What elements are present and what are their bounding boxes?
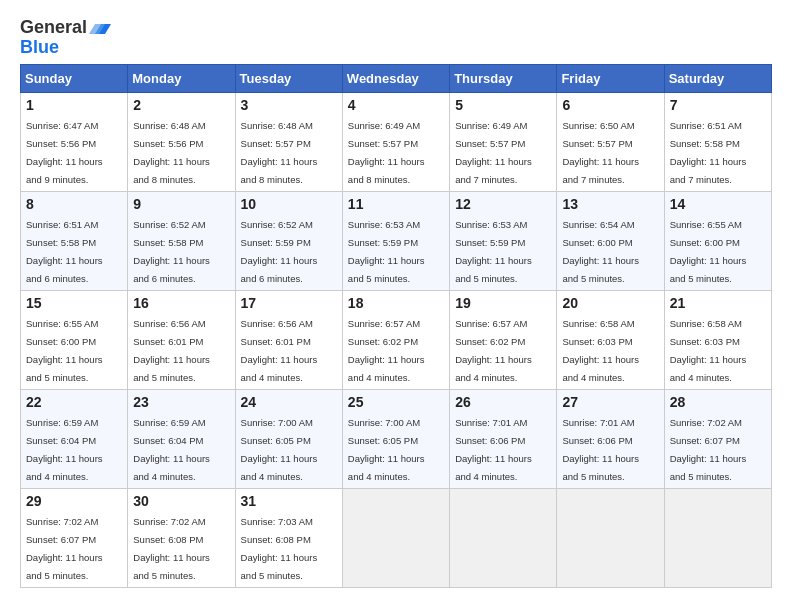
table-row: 24Sunrise: 7:00 AMSunset: 6:05 PMDayligh… [235, 389, 342, 488]
day-number: 4 [348, 97, 444, 113]
table-row: 15Sunrise: 6:55 AMSunset: 6:00 PMDayligh… [21, 290, 128, 389]
table-row: 14Sunrise: 6:55 AMSunset: 6:00 PMDayligh… [664, 191, 771, 290]
day-info: Sunrise: 6:56 AMSunset: 6:01 PMDaylight:… [133, 318, 210, 383]
day-number: 27 [562, 394, 658, 410]
day-info: Sunrise: 6:52 AMSunset: 5:59 PMDaylight:… [241, 219, 318, 284]
day-number: 18 [348, 295, 444, 311]
table-row: 12Sunrise: 6:53 AMSunset: 5:59 PMDayligh… [450, 191, 557, 290]
table-row: 27Sunrise: 7:01 AMSunset: 6:06 PMDayligh… [557, 389, 664, 488]
day-number: 23 [133, 394, 229, 410]
day-info: Sunrise: 6:56 AMSunset: 6:01 PMDaylight:… [241, 318, 318, 383]
col-monday: Monday [128, 64, 235, 92]
table-row: 19Sunrise: 6:57 AMSunset: 6:02 PMDayligh… [450, 290, 557, 389]
day-info: Sunrise: 7:02 AMSunset: 6:07 PMDaylight:… [670, 417, 747, 482]
table-row: 21Sunrise: 6:58 AMSunset: 6:03 PMDayligh… [664, 290, 771, 389]
table-row: 9Sunrise: 6:52 AMSunset: 5:58 PMDaylight… [128, 191, 235, 290]
day-number: 12 [455, 196, 551, 212]
day-info: Sunrise: 6:48 AMSunset: 5:57 PMDaylight:… [241, 120, 318, 185]
day-info: Sunrise: 7:01 AMSunset: 6:06 PMDaylight:… [562, 417, 639, 482]
table-row: 7Sunrise: 6:51 AMSunset: 5:58 PMDaylight… [664, 92, 771, 191]
table-row: 30Sunrise: 7:02 AMSunset: 6:08 PMDayligh… [128, 488, 235, 587]
day-number: 11 [348, 196, 444, 212]
table-row [450, 488, 557, 587]
day-number: 21 [670, 295, 766, 311]
day-info: Sunrise: 6:55 AMSunset: 6:00 PMDaylight:… [670, 219, 747, 284]
day-info: Sunrise: 6:54 AMSunset: 6:00 PMDaylight:… [562, 219, 639, 284]
col-wednesday: Wednesday [342, 64, 449, 92]
day-number: 20 [562, 295, 658, 311]
table-row: 18Sunrise: 6:57 AMSunset: 6:02 PMDayligh… [342, 290, 449, 389]
day-info: Sunrise: 6:51 AMSunset: 5:58 PMDaylight:… [670, 120, 747, 185]
table-row: 29Sunrise: 7:02 AMSunset: 6:07 PMDayligh… [21, 488, 128, 587]
day-info: Sunrise: 6:49 AMSunset: 5:57 PMDaylight:… [455, 120, 532, 185]
logo-icon [89, 16, 111, 38]
table-row: 20Sunrise: 6:58 AMSunset: 6:03 PMDayligh… [557, 290, 664, 389]
day-number: 30 [133, 493, 229, 509]
table-row [557, 488, 664, 587]
day-number: 16 [133, 295, 229, 311]
day-info: Sunrise: 6:53 AMSunset: 5:59 PMDaylight:… [455, 219, 532, 284]
day-number: 26 [455, 394, 551, 410]
table-row: 10Sunrise: 6:52 AMSunset: 5:59 PMDayligh… [235, 191, 342, 290]
day-number: 14 [670, 196, 766, 212]
day-number: 25 [348, 394, 444, 410]
col-thursday: Thursday [450, 64, 557, 92]
day-number: 5 [455, 97, 551, 113]
day-number: 24 [241, 394, 337, 410]
day-info: Sunrise: 7:00 AMSunset: 6:05 PMDaylight:… [348, 417, 425, 482]
day-info: Sunrise: 6:50 AMSunset: 5:57 PMDaylight:… [562, 120, 639, 185]
table-row: 25Sunrise: 7:00 AMSunset: 6:05 PMDayligh… [342, 389, 449, 488]
day-info: Sunrise: 6:53 AMSunset: 5:59 PMDaylight:… [348, 219, 425, 284]
day-number: 31 [241, 493, 337, 509]
col-tuesday: Tuesday [235, 64, 342, 92]
logo-blue: Blue [20, 37, 59, 57]
day-info: Sunrise: 7:00 AMSunset: 6:05 PMDaylight:… [241, 417, 318, 482]
day-info: Sunrise: 6:47 AMSunset: 5:56 PMDaylight:… [26, 120, 103, 185]
header: General Blue [20, 18, 772, 58]
day-number: 3 [241, 97, 337, 113]
table-row [664, 488, 771, 587]
table-row: 5Sunrise: 6:49 AMSunset: 5:57 PMDaylight… [450, 92, 557, 191]
table-row: 26Sunrise: 7:01 AMSunset: 6:06 PMDayligh… [450, 389, 557, 488]
table-row: 22Sunrise: 6:59 AMSunset: 6:04 PMDayligh… [21, 389, 128, 488]
day-number: 19 [455, 295, 551, 311]
day-info: Sunrise: 6:59 AMSunset: 6:04 PMDaylight:… [133, 417, 210, 482]
table-row: 28Sunrise: 7:02 AMSunset: 6:07 PMDayligh… [664, 389, 771, 488]
day-info: Sunrise: 6:55 AMSunset: 6:00 PMDaylight:… [26, 318, 103, 383]
table-row: 3Sunrise: 6:48 AMSunset: 5:57 PMDaylight… [235, 92, 342, 191]
table-row: 31Sunrise: 7:03 AMSunset: 6:08 PMDayligh… [235, 488, 342, 587]
day-info: Sunrise: 6:57 AMSunset: 6:02 PMDaylight:… [348, 318, 425, 383]
day-number: 9 [133, 196, 229, 212]
logo-text: General [20, 18, 87, 38]
table-row: 17Sunrise: 6:56 AMSunset: 6:01 PMDayligh… [235, 290, 342, 389]
table-row: 1Sunrise: 6:47 AMSunset: 5:56 PMDaylight… [21, 92, 128, 191]
day-info: Sunrise: 6:52 AMSunset: 5:58 PMDaylight:… [133, 219, 210, 284]
day-info: Sunrise: 7:02 AMSunset: 6:07 PMDaylight:… [26, 516, 103, 581]
day-info: Sunrise: 7:03 AMSunset: 6:08 PMDaylight:… [241, 516, 318, 581]
day-number: 28 [670, 394, 766, 410]
table-row: 13Sunrise: 6:54 AMSunset: 6:00 PMDayligh… [557, 191, 664, 290]
logo: General Blue [20, 18, 111, 58]
day-number: 15 [26, 295, 122, 311]
table-row: 11Sunrise: 6:53 AMSunset: 5:59 PMDayligh… [342, 191, 449, 290]
day-number: 13 [562, 196, 658, 212]
day-number: 29 [26, 493, 122, 509]
table-row [342, 488, 449, 587]
day-number: 10 [241, 196, 337, 212]
day-info: Sunrise: 6:59 AMSunset: 6:04 PMDaylight:… [26, 417, 103, 482]
table-row: 4Sunrise: 6:49 AMSunset: 5:57 PMDaylight… [342, 92, 449, 191]
day-number: 17 [241, 295, 337, 311]
day-number: 7 [670, 97, 766, 113]
table-row: 8Sunrise: 6:51 AMSunset: 5:58 PMDaylight… [21, 191, 128, 290]
calendar-table: Sunday Monday Tuesday Wednesday Thursday… [20, 64, 772, 588]
table-row: 23Sunrise: 6:59 AMSunset: 6:04 PMDayligh… [128, 389, 235, 488]
day-number: 6 [562, 97, 658, 113]
col-saturday: Saturday [664, 64, 771, 92]
day-number: 1 [26, 97, 122, 113]
col-friday: Friday [557, 64, 664, 92]
day-info: Sunrise: 7:02 AMSunset: 6:08 PMDaylight:… [133, 516, 210, 581]
day-info: Sunrise: 6:48 AMSunset: 5:56 PMDaylight:… [133, 120, 210, 185]
main-container: General Blue Sunday Monday Tuesday We [0, 0, 792, 598]
logo-general: General [20, 17, 87, 37]
calendar-header-row: Sunday Monday Tuesday Wednesday Thursday… [21, 64, 772, 92]
